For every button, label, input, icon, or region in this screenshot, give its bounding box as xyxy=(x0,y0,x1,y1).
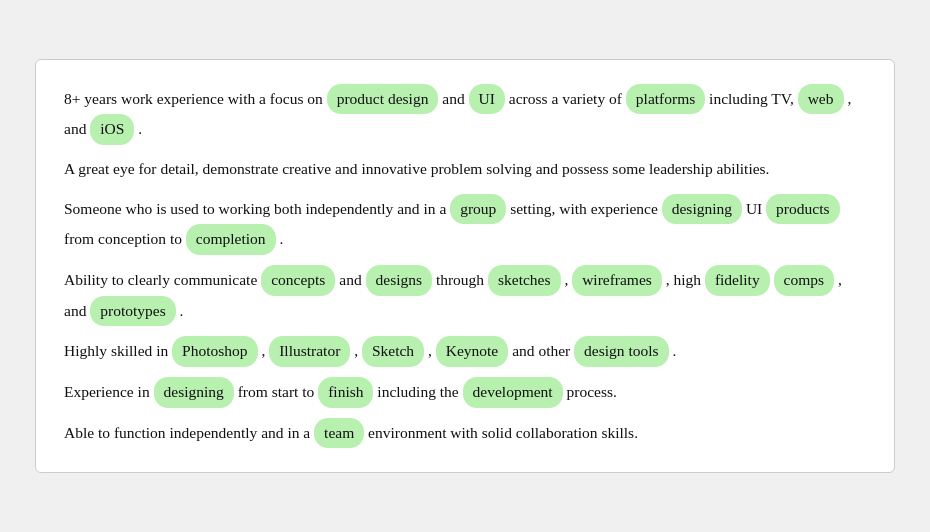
highlight-term: team xyxy=(314,418,364,449)
highlight-term: group xyxy=(450,194,506,225)
plain-text: 8+ years work experience with a focus on xyxy=(64,90,327,107)
highlight-term: Sketch xyxy=(362,336,424,367)
plain-text: process. xyxy=(563,383,617,400)
paragraph-5: Highly skilled in Photoshop , Illustrato… xyxy=(64,336,866,367)
highlight-term: web xyxy=(798,84,844,115)
highlight-term: UI xyxy=(469,84,505,115)
highlight-term: concepts xyxy=(261,265,335,296)
paragraph-4: Ability to clearly communicate concepts … xyxy=(64,265,866,326)
highlight-term: finish xyxy=(318,377,373,408)
plain-text xyxy=(770,271,774,288)
highlight-term: prototypes xyxy=(90,296,175,327)
paragraph-1: 8+ years work experience with a focus on… xyxy=(64,84,866,145)
highlight-term: Photoshop xyxy=(172,336,257,367)
paragraph-2: A great eye for detail, demonstrate crea… xyxy=(64,155,866,184)
plain-text: through xyxy=(432,271,488,288)
plain-text: from start to xyxy=(234,383,318,400)
plain-text: and xyxy=(438,90,468,107)
plain-text: Someone who is used to working both inde… xyxy=(64,200,450,217)
plain-text: across a variety of xyxy=(505,90,626,107)
highlight-term: designs xyxy=(366,265,433,296)
highlight-term: products xyxy=(766,194,839,225)
plain-text: setting, with experience xyxy=(506,200,661,217)
content-card: 8+ years work experience with a focus on… xyxy=(35,59,895,474)
plain-text: from conception to xyxy=(64,230,186,247)
plain-text: , xyxy=(561,271,573,288)
plain-text: Highly skilled in xyxy=(64,342,172,359)
plain-text: Experience in xyxy=(64,383,154,400)
plain-text: and other xyxy=(508,342,574,359)
highlight-term: platforms xyxy=(626,84,705,115)
highlight-term: development xyxy=(463,377,563,408)
highlight-term: designing xyxy=(154,377,234,408)
plain-text: UI xyxy=(742,200,766,217)
plain-text: . xyxy=(276,230,284,247)
highlight-term: completion xyxy=(186,224,276,255)
plain-text: . xyxy=(176,302,184,319)
plain-text: A great eye for detail, demonstrate crea… xyxy=(64,160,769,177)
plain-text: . xyxy=(134,120,142,137)
plain-text: Ability to clearly communicate xyxy=(64,271,261,288)
plain-text: , xyxy=(350,342,362,359)
highlight-term: design tools xyxy=(574,336,669,367)
plain-text: , xyxy=(258,342,270,359)
plain-text: . xyxy=(669,342,677,359)
highlight-term: fidelity xyxy=(705,265,770,296)
paragraph-3: Someone who is used to working both inde… xyxy=(64,194,866,255)
highlight-term: Keynote xyxy=(436,336,509,367)
plain-text: and xyxy=(335,271,365,288)
plain-text: , high xyxy=(662,271,705,288)
paragraph-6: Experience in designing from start to fi… xyxy=(64,377,866,408)
highlight-term: sketches xyxy=(488,265,561,296)
plain-text: including TV, xyxy=(705,90,797,107)
highlight-term: product design xyxy=(327,84,439,115)
highlight-term: iOS xyxy=(90,114,134,145)
highlight-term: Illustrator xyxy=(269,336,350,367)
highlight-term: comps xyxy=(774,265,834,296)
highlight-term: wireframes xyxy=(572,265,662,296)
highlight-term: designing xyxy=(662,194,742,225)
plain-text: Able to function independently and in a xyxy=(64,424,314,441)
plain-text: , xyxy=(424,342,436,359)
plain-text: environment with solid collaboration ski… xyxy=(364,424,638,441)
paragraph-7: Able to function independently and in a … xyxy=(64,418,866,449)
plain-text: including the xyxy=(373,383,462,400)
